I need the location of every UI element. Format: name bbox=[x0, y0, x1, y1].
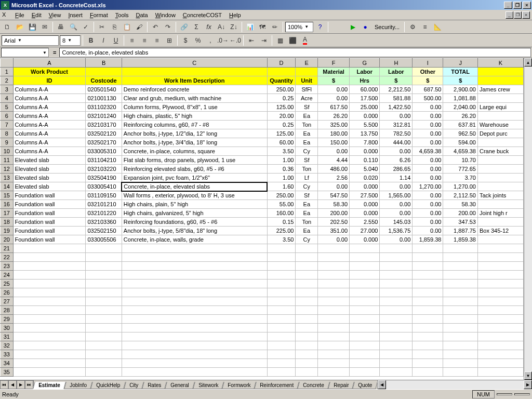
cell[interactable]: 617.50 bbox=[318, 103, 350, 112]
cell[interactable]: 3.50 bbox=[267, 147, 296, 156]
cell[interactable] bbox=[413, 332, 443, 341]
cell[interactable]: 0.00 bbox=[318, 147, 350, 156]
cell[interactable]: High chairs, galvanized, 5" high bbox=[122, 209, 267, 218]
cell[interactable] bbox=[122, 324, 267, 332]
cell[interactable] bbox=[267, 359, 296, 368]
row-header[interactable]: 9 bbox=[1, 138, 14, 147]
cell[interactable] bbox=[267, 341, 296, 350]
cell[interactable] bbox=[296, 306, 318, 315]
cell[interactable]: 0.36 bbox=[267, 165, 296, 174]
cell[interactable]: James crew bbox=[477, 85, 523, 94]
cell[interactable] bbox=[413, 368, 443, 377]
sheet-tab-reinforcement[interactable]: Reinforcement bbox=[255, 382, 300, 389]
cell[interactable]: 3.50 bbox=[267, 235, 296, 244]
cell[interactable] bbox=[318, 332, 350, 341]
cell[interactable] bbox=[350, 306, 380, 315]
cell[interactable]: Warehouse bbox=[477, 121, 523, 129]
cell[interactable]: 286.65 bbox=[380, 165, 413, 174]
cell[interactable] bbox=[443, 315, 477, 324]
cell[interactable]: 782.50 bbox=[380, 129, 413, 138]
cell[interactable] bbox=[267, 332, 296, 341]
cell[interactable] bbox=[413, 359, 443, 368]
cell[interactable] bbox=[350, 332, 380, 341]
cell[interactable] bbox=[477, 244, 523, 253]
cell[interactable] bbox=[122, 315, 267, 324]
mail-button[interactable]: ✉ bbox=[39, 21, 50, 33]
cell[interactable]: 0.00 bbox=[380, 147, 413, 156]
cell[interactable] bbox=[413, 324, 443, 332]
cell[interactable]: 17.500 bbox=[350, 94, 380, 103]
cell[interactable]: 1.00 bbox=[267, 174, 296, 182]
cell[interactable] bbox=[122, 297, 267, 306]
cell[interactable] bbox=[318, 244, 350, 253]
cell[interactable]: 180.00 bbox=[318, 129, 350, 138]
cell[interactable]: 27.000 bbox=[350, 227, 380, 235]
cell[interactable]: 1.60 bbox=[267, 182, 296, 191]
cell[interactable] bbox=[318, 271, 350, 280]
copy-button[interactable]: ⎘ bbox=[109, 21, 120, 33]
cell[interactable] bbox=[413, 288, 443, 297]
cell[interactable]: 10.70 bbox=[443, 156, 477, 165]
cell[interactable]: SfFl bbox=[296, 85, 318, 94]
menu-edit[interactable]: Edit bbox=[28, 11, 45, 19]
cell[interactable]: 150.00 bbox=[318, 138, 350, 147]
cell[interactable] bbox=[477, 341, 523, 350]
cell[interactable] bbox=[350, 368, 380, 377]
cell[interactable] bbox=[413, 341, 443, 350]
cell[interactable]: 0.15 bbox=[267, 218, 296, 227]
sheet-tab-general[interactable]: General bbox=[165, 382, 194, 389]
cell[interactable] bbox=[267, 244, 296, 253]
row-header[interactable]: 22 bbox=[1, 253, 14, 262]
cell[interactable] bbox=[380, 350, 413, 359]
cell[interactable] bbox=[413, 253, 443, 262]
cell[interactable]: 0.00 bbox=[413, 174, 443, 182]
cell[interactable] bbox=[380, 332, 413, 341]
row-header[interactable]: 3 bbox=[1, 85, 14, 94]
cell[interactable]: 1.14 bbox=[380, 174, 413, 182]
cell[interactable] bbox=[443, 306, 477, 315]
cell[interactable]: 1,536.75 bbox=[380, 227, 413, 235]
design-button[interactable]: 📐 bbox=[432, 21, 443, 33]
cell[interactable]: Columns A-A bbox=[13, 147, 86, 156]
cell[interactable]: 4.44 bbox=[318, 156, 350, 165]
cell[interactable]: Ea bbox=[296, 129, 318, 138]
cell[interactable]: 594.00 bbox=[443, 138, 477, 147]
formula-input[interactable]: Concrete, in-place, elevated slabs bbox=[59, 48, 531, 57]
menu-insert[interactable]: Insert bbox=[64, 11, 86, 19]
cell[interactable] bbox=[13, 280, 86, 288]
map-button[interactable]: 🗺 bbox=[257, 21, 268, 33]
cell[interactable]: 032101210 bbox=[86, 200, 122, 209]
cell[interactable] bbox=[413, 297, 443, 306]
cell[interactable] bbox=[86, 262, 122, 271]
cell[interactable]: 772.65 bbox=[443, 165, 477, 174]
cell[interactable] bbox=[350, 341, 380, 350]
col-header-H[interactable]: H bbox=[380, 59, 413, 68]
cell[interactable] bbox=[318, 262, 350, 271]
fill-color-button[interactable]: ⬛ bbox=[287, 35, 298, 46]
cell[interactable] bbox=[296, 332, 318, 341]
cell[interactable]: 033005310 bbox=[86, 147, 122, 156]
cell[interactable]: 1,422.50 bbox=[380, 103, 413, 112]
doc-minimize-button[interactable]: _ bbox=[506, 11, 513, 19]
col-header-C[interactable]: C bbox=[122, 59, 267, 68]
cell[interactable]: 0.00 bbox=[413, 200, 443, 209]
cell[interactable]: 27.500 bbox=[350, 191, 380, 200]
cell[interactable]: 5.040 bbox=[350, 165, 380, 174]
chart-button[interactable]: 📊 bbox=[244, 21, 256, 33]
cell[interactable]: 032504190 bbox=[86, 174, 122, 182]
cell[interactable] bbox=[122, 262, 267, 271]
row-header[interactable]: 20 bbox=[1, 235, 14, 244]
cell[interactable]: 25.000 bbox=[350, 103, 380, 112]
cell[interactable]: $ bbox=[443, 76, 477, 85]
cell[interactable] bbox=[477, 182, 523, 191]
cell[interactable] bbox=[477, 315, 523, 324]
cell[interactable] bbox=[443, 341, 477, 350]
close-button[interactable]: × bbox=[523, 2, 531, 9]
sheet-tab-quickhelp[interactable]: QuickHelp bbox=[90, 382, 126, 389]
cell[interactable] bbox=[350, 280, 380, 288]
cell[interactable] bbox=[122, 280, 267, 288]
cell[interactable] bbox=[86, 271, 122, 280]
row-header[interactable]: 33 bbox=[1, 350, 14, 359]
cell[interactable] bbox=[380, 288, 413, 297]
cell[interactable]: 020501540 bbox=[86, 85, 122, 94]
